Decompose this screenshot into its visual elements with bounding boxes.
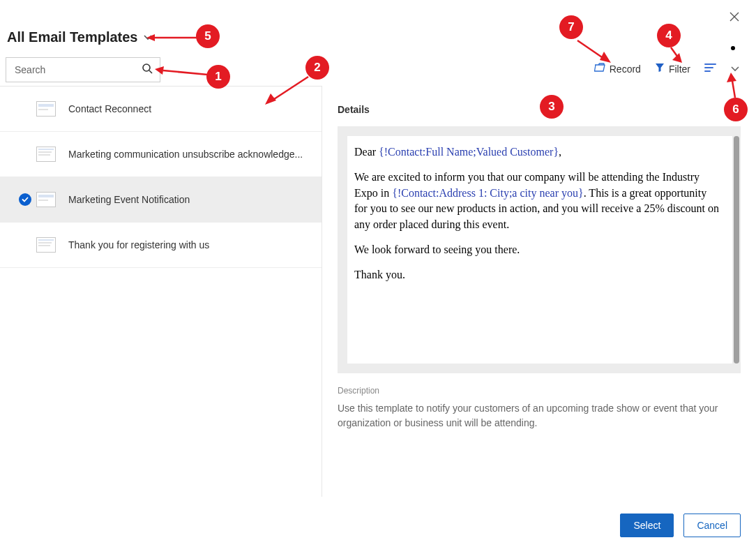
cancel-button[interactable]: Cancel	[683, 514, 741, 537]
search-icon[interactable]	[142, 63, 153, 77]
close-icon	[729, 12, 739, 22]
svg-marker-8	[600, 52, 611, 63]
svg-marker-10	[672, 53, 682, 63]
list-item[interactable]: Marketing Event Notification	[0, 177, 322, 223]
arrow-icon	[575, 38, 612, 66]
template-thumbnail-icon	[36, 147, 56, 162]
template-view-selector[interactable]: All Email Templates	[7, 29, 153, 45]
preview-text: ,	[559, 146, 561, 158]
list-item[interactable]: Marketing communication unsubscribe ackn…	[0, 132, 322, 177]
select-button[interactable]: Select	[620, 514, 674, 537]
merge-field: {!Contact:Address 1: City;a city near yo…	[392, 187, 583, 199]
list-item-label: Marketing Event Notification	[68, 194, 190, 205]
callout-4: 4	[657, 24, 681, 47]
filter-button[interactable]: Filter	[655, 63, 690, 75]
folder-open-icon	[594, 63, 605, 75]
arrow-icon	[155, 66, 208, 77]
template-list: Contact Reconnect Marketing communicatio…	[0, 86, 322, 497]
svg-line-9	[671, 47, 678, 57]
expand-toolbar-button[interactable]	[731, 63, 739, 75]
preview-text: Dear	[354, 146, 379, 158]
template-thumbnail-icon	[36, 101, 56, 117]
preview-text: Thank you.	[354, 267, 720, 283]
filter-label: Filter	[669, 63, 690, 75]
preview-text: We look forward to seeing you there.	[354, 242, 720, 257]
template-preview-frame: Dear {!Contact:Full Name;Valued Customer…	[338, 126, 741, 373]
record-label: Record	[610, 63, 641, 75]
svg-line-3	[163, 70, 208, 75]
list-item-label: Thank you for registering with us	[68, 239, 209, 250]
indicator-dot	[731, 46, 735, 50]
callout-7: 7	[559, 15, 583, 39]
list-item-label: Contact Reconnect	[68, 103, 151, 114]
search-box	[6, 57, 160, 82]
preview-scrollbar[interactable]	[734, 136, 739, 364]
arrow-icon	[146, 33, 197, 42]
sort-button[interactable]	[704, 63, 717, 75]
callout-3: 3	[540, 95, 564, 119]
callout-6: 6	[724, 98, 748, 121]
callout-1: 1	[206, 65, 230, 89]
description-label: Description	[338, 386, 741, 396]
list-item-label: Marketing communication unsubscribe ackn…	[68, 149, 303, 160]
template-preview: Dear {!Contact:Full Name;Valued Customer…	[347, 136, 732, 364]
chevron-down-icon	[143, 31, 153, 44]
search-input[interactable]	[13, 63, 142, 76]
close-button[interactable]	[729, 11, 739, 24]
callout-5: 5	[196, 24, 220, 48]
list-item[interactable]: Thank you for registering with us	[0, 223, 322, 268]
details-toolbar: Record Filter	[594, 63, 739, 75]
arrow-icon	[668, 46, 685, 64]
template-thumbnail-icon	[36, 192, 56, 207]
merge-field: {!Contact:Full Name;Valued Customer}	[379, 146, 559, 158]
callout-2: 2	[305, 56, 329, 80]
template-thumbnail-icon	[36, 237, 56, 253]
record-button[interactable]: Record	[594, 63, 641, 75]
dialog-footer: Select Cancel	[620, 514, 741, 537]
page-title: All Email Templates	[7, 29, 137, 45]
selected-check-icon	[19, 193, 31, 206]
filter-icon	[655, 63, 665, 75]
description-text: Use this template to notify your custome…	[338, 401, 735, 430]
svg-point-0	[143, 64, 150, 71]
details-heading: Details	[338, 104, 741, 115]
list-item[interactable]: Contact Reconnect	[0, 87, 322, 132]
svg-line-7	[577, 40, 604, 59]
